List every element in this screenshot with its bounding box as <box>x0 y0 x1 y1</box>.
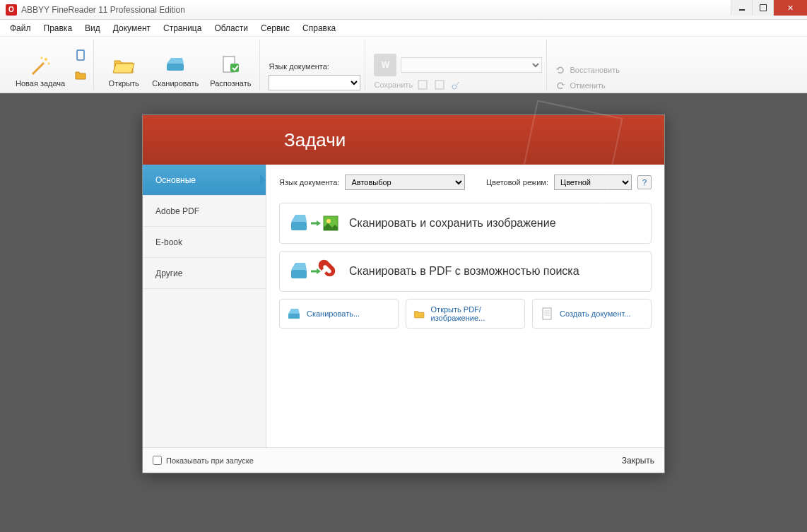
new-task-button[interactable]: Новая задача <box>11 44 69 90</box>
undo-icon <box>555 81 565 90</box>
tab-adobe-pdf[interactable]: Adobe PDF <box>143 196 266 227</box>
tab-ebook[interactable]: E-book <box>143 227 266 258</box>
close-window-button[interactable] <box>773 0 807 16</box>
task-lang-label: Язык документа: <box>279 178 339 187</box>
scanner-small-icon <box>287 307 301 321</box>
help-button[interactable]: ? <box>637 175 652 189</box>
folder-icon-button[interactable] <box>72 66 89 83</box>
close-dialog-link[interactable]: Закрыть <box>622 456 654 466</box>
tasks-header: Задачи <box>143 115 664 165</box>
word-icon: W <box>374 54 396 76</box>
tasks-main: Язык документа: Автовыбор Цветовой режим… <box>266 165 664 447</box>
title-bar: О ABBYY FineReader 11 Professional Editi… <box>0 0 807 20</box>
recognize-label: Распознать <box>210 79 251 88</box>
menu-service[interactable]: Сервис <box>255 21 295 35</box>
doc-lang-select[interactable] <box>269 75 360 90</box>
svg-rect-7 <box>418 81 427 89</box>
undo-button[interactable]: Отменить <box>555 81 619 90</box>
menu-view[interactable]: Вид <box>79 21 106 35</box>
svg-point-9 <box>452 85 456 89</box>
svg-point-2 <box>41 57 43 59</box>
folder-open-icon <box>112 54 135 76</box>
window-controls <box>731 0 807 16</box>
scan-to-pdf-icon <box>290 259 341 284</box>
tasks-dialog: Задачи Основные Adobe PDF E-book Другие … <box>142 114 665 473</box>
scan-button[interactable]: Сканировать <box>148 44 203 90</box>
show-on-start-checkbox[interactable] <box>153 456 162 465</box>
tab-main[interactable]: Основные <box>143 165 266 196</box>
save-format-select[interactable] <box>401 57 542 73</box>
menu-page[interactable]: Страница <box>158 21 207 35</box>
save-label: Сохранить <box>374 81 413 89</box>
task-lang-select[interactable]: Автовыбор <box>345 175 465 190</box>
task2-label: Сканировать в PDF с возможностью поиска <box>349 265 579 278</box>
menu-document[interactable]: Документ <box>107 21 156 35</box>
doc-lang-label: Язык документа: <box>269 62 360 71</box>
show-on-start-label[interactable]: Показывать при запуске <box>153 456 254 465</box>
minimize-button[interactable] <box>731 0 752 16</box>
open-label: Открыть <box>109 79 139 88</box>
recognize-icon <box>219 54 242 76</box>
tasks-sidebar: Основные Adobe PDF E-book Другие <box>143 165 266 447</box>
restore-icon <box>555 65 565 75</box>
tab-other[interactable]: Другие <box>143 258 266 289</box>
new-task-label: Новая задача <box>16 79 65 88</box>
save-opt3-icon[interactable] <box>451 79 462 90</box>
mini3-label: Создать документ... <box>560 309 630 318</box>
restore-label: Восстановить <box>570 66 619 74</box>
workspace: Задачи Основные Adobe PDF E-book Другие … <box>0 93 807 532</box>
svg-rect-4 <box>167 64 184 71</box>
tasks-title: Задачи <box>284 129 346 151</box>
toolbar: Новая задача Открыть Сканировать Распозн… <box>0 37 807 93</box>
mini-open-button[interactable]: Открыть PDF/изображение... <box>406 299 525 329</box>
restore-button[interactable]: Восстановить <box>555 65 619 75</box>
wand-icon <box>29 54 52 76</box>
mini2-label: Открыть PDF/изображение... <box>431 305 517 322</box>
menu-areas[interactable]: Области <box>208 21 254 35</box>
mini1-label: Сканировать... <box>307 309 360 318</box>
svg-point-1 <box>48 62 50 64</box>
document-small-icon <box>540 307 554 321</box>
window-title: ABBYY FineReader 11 Professional Edition <box>21 5 185 15</box>
scan-label: Сканировать <box>152 79 199 88</box>
app-icon: О <box>6 4 17 16</box>
page-icon-button[interactable] <box>72 47 89 64</box>
svg-rect-10 <box>291 222 307 230</box>
scanner-icon <box>164 54 187 76</box>
tasks-footer: Показывать при запуске Закрыть <box>143 447 664 473</box>
menu-bar: Файл Правка Вид Документ Страница Област… <box>0 20 807 37</box>
undo-label: Отменить <box>570 81 605 90</box>
recognize-button[interactable]: Распознать <box>206 44 255 90</box>
open-button[interactable]: Открыть <box>102 44 145 90</box>
menu-help[interactable]: Справка <box>297 21 341 35</box>
svg-rect-3 <box>77 50 84 60</box>
svg-rect-14 <box>288 314 300 319</box>
folder-small-icon <box>413 307 425 321</box>
svg-point-12 <box>326 219 331 223</box>
save-opt-icon[interactable] <box>417 79 428 90</box>
maximize-button[interactable] <box>752 0 773 16</box>
svg-rect-8 <box>435 81 444 89</box>
menu-file[interactable]: Файл <box>4 21 37 35</box>
svg-point-0 <box>45 58 47 61</box>
svg-rect-13 <box>291 270 307 278</box>
task-scan-to-pdf[interactable]: Сканировать в PDF с возможностью поиска <box>279 251 652 292</box>
svg-rect-15 <box>543 308 551 319</box>
task-scan-save-image[interactable]: Сканировать и сохранить изображение <box>279 203 652 244</box>
mini-scan-button[interactable]: Сканировать... <box>279 299 399 329</box>
mini-create-button[interactable]: Создать документ... <box>532 299 652 329</box>
menu-edit[interactable]: Правка <box>38 21 78 35</box>
scan-to-image-icon <box>290 211 341 236</box>
save-opt2-icon[interactable] <box>434 79 445 90</box>
task1-label: Сканировать и сохранить изображение <box>349 217 556 230</box>
